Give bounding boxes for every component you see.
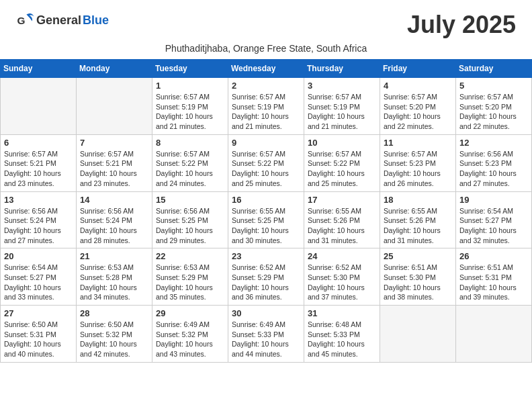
day-info: Sunrise: 6:57 AMSunset: 5:19 PMDaylight:…	[232, 92, 300, 132]
day-number: 29	[156, 308, 224, 318]
sunset-text: Sunset: 5:20 PM	[384, 102, 452, 112]
sunset-text: Sunset: 5:27 PM	[459, 216, 528, 226]
sunrise-text: Sunrise: 6:56 AM	[4, 206, 73, 216]
day-number: 2	[232, 81, 300, 91]
day-number: 11	[384, 138, 452, 148]
calendar-week-row: 6Sunrise: 6:57 AMSunset: 5:21 PMDaylight…	[1, 134, 532, 191]
logo-icon: G	[16, 11, 35, 30]
daylight-text: Daylight: 10 hours and 23 minutes.	[4, 169, 73, 188]
weekday-header: Friday	[380, 60, 456, 78]
sunrise-text: Sunrise: 6:56 AM	[80, 206, 148, 216]
sunrise-text: Sunrise: 6:51 AM	[384, 263, 452, 273]
daylight-text: Daylight: 10 hours and 21 minutes.	[308, 111, 376, 131]
calendar-day-cell: 9Sunrise: 6:57 AMSunset: 5:22 PMDaylight…	[228, 134, 304, 191]
day-info: Sunrise: 6:52 AMSunset: 5:30 PMDaylight:…	[308, 263, 376, 302]
sunrise-text: Sunrise: 6:57 AM	[308, 149, 376, 159]
calendar-day-cell: 13Sunrise: 6:56 AMSunset: 5:24 PMDayligh…	[1, 191, 77, 248]
day-number: 12	[459, 138, 528, 148]
day-info: Sunrise: 6:52 AMSunset: 5:29 PMDaylight:…	[232, 263, 300, 302]
daylight-text: Daylight: 10 hours and 38 minutes.	[384, 283, 452, 302]
sunrise-text: Sunrise: 6:57 AM	[232, 149, 300, 159]
daylight-text: Daylight: 10 hours and 21 minutes.	[156, 111, 224, 131]
sunrise-text: Sunrise: 6:54 AM	[459, 206, 528, 216]
calendar-day-cell: 6Sunrise: 6:57 AMSunset: 5:21 PMDaylight…	[1, 134, 77, 191]
sunset-text: Sunset: 5:23 PM	[459, 158, 528, 169]
daylight-text: Daylight: 10 hours and 36 minutes.	[232, 283, 300, 302]
logo: G GeneralBlue	[16, 11, 109, 30]
sunrise-text: Sunrise: 6:55 AM	[308, 206, 376, 216]
sunset-text: Sunset: 5:29 PM	[232, 273, 300, 283]
calendar-week-row: 27Sunrise: 6:50 AMSunset: 5:31 PMDayligh…	[1, 306, 532, 363]
calendar-day-cell: 24Sunrise: 6:52 AMSunset: 5:30 PMDayligh…	[304, 248, 380, 306]
day-info: Sunrise: 6:57 AMSunset: 5:22 PMDaylight:…	[232, 149, 300, 189]
sunrise-text: Sunrise: 6:53 AM	[80, 263, 148, 273]
calendar-day-cell: 22Sunrise: 6:53 AMSunset: 5:29 PMDayligh…	[152, 248, 228, 306]
day-number: 27	[4, 308, 73, 318]
day-number: 31	[308, 308, 376, 318]
calendar-day-cell: 11Sunrise: 6:57 AMSunset: 5:23 PMDayligh…	[380, 134, 456, 191]
daylight-text: Daylight: 10 hours and 37 minutes.	[308, 283, 376, 302]
sunset-text: Sunset: 5:25 PM	[232, 216, 300, 226]
calendar-day-cell: 7Sunrise: 6:57 AMSunset: 5:21 PMDaylight…	[77, 134, 152, 191]
sunrise-text: Sunrise: 6:52 AM	[232, 263, 300, 273]
day-number: 6	[4, 138, 73, 148]
sunset-text: Sunset: 5:24 PM	[80, 216, 148, 226]
day-info: Sunrise: 6:57 AMSunset: 5:21 PMDaylight:…	[80, 149, 148, 189]
day-number: 18	[384, 195, 452, 205]
day-info: Sunrise: 6:57 AMSunset: 5:19 PMDaylight:…	[156, 92, 224, 132]
sunset-text: Sunset: 5:33 PM	[232, 330, 300, 340]
calendar-day-cell: 15Sunrise: 6:56 AMSunset: 5:25 PMDayligh…	[152, 191, 228, 248]
day-info: Sunrise: 6:49 AMSunset: 5:33 PMDaylight:…	[232, 320, 300, 359]
calendar-table: SundayMondayTuesdayWednesdayThursdayFrid…	[0, 59, 532, 363]
daylight-text: Daylight: 10 hours and 29 minutes.	[156, 226, 224, 245]
day-number: 24	[308, 251, 376, 261]
sunset-text: Sunset: 5:32 PM	[80, 330, 148, 340]
calendar-day-cell: 31Sunrise: 6:48 AMSunset: 5:33 PMDayligh…	[304, 306, 380, 363]
calendar-week-row: 1Sunrise: 6:57 AMSunset: 5:19 PMDaylight…	[1, 78, 532, 135]
day-number: 15	[156, 195, 224, 205]
day-number: 10	[308, 138, 376, 148]
calendar-day-cell: 12Sunrise: 6:56 AMSunset: 5:23 PMDayligh…	[456, 134, 532, 191]
day-info: Sunrise: 6:55 AMSunset: 5:25 PMDaylight:…	[232, 206, 300, 246]
calendar-day-cell: 30Sunrise: 6:49 AMSunset: 5:33 PMDayligh…	[228, 306, 304, 363]
sunset-text: Sunset: 5:27 PM	[4, 273, 73, 283]
daylight-text: Daylight: 10 hours and 22 minutes.	[384, 111, 452, 131]
daylight-text: Daylight: 10 hours and 33 minutes.	[4, 283, 73, 302]
calendar-week-row: 20Sunrise: 6:54 AMSunset: 5:27 PMDayligh…	[1, 248, 532, 306]
sunset-text: Sunset: 5:22 PM	[308, 158, 376, 169]
sunset-text: Sunset: 5:33 PM	[308, 330, 376, 340]
daylight-text: Daylight: 10 hours and 22 minutes.	[459, 111, 528, 131]
sunset-text: Sunset: 5:32 PM	[156, 330, 224, 340]
sunset-text: Sunset: 5:23 PM	[384, 158, 452, 169]
day-info: Sunrise: 6:49 AMSunset: 5:32 PMDaylight:…	[156, 320, 224, 359]
calendar-day-cell: 16Sunrise: 6:55 AMSunset: 5:25 PMDayligh…	[228, 191, 304, 248]
day-number: 14	[80, 195, 148, 205]
calendar-day-cell: 1Sunrise: 6:57 AMSunset: 5:19 PMDaylight…	[152, 78, 228, 135]
day-info: Sunrise: 6:53 AMSunset: 5:29 PMDaylight:…	[156, 263, 224, 302]
day-number: 22	[156, 251, 224, 261]
day-number: 3	[308, 81, 376, 91]
weekday-header: Monday	[77, 60, 152, 78]
day-info: Sunrise: 6:57 AMSunset: 5:21 PMDaylight:…	[4, 149, 73, 189]
daylight-text: Daylight: 10 hours and 28 minutes.	[80, 226, 148, 245]
day-number: 8	[156, 138, 224, 148]
daylight-text: Daylight: 10 hours and 44 minutes.	[232, 339, 300, 359]
sunset-text: Sunset: 5:21 PM	[4, 158, 73, 169]
day-number: 7	[80, 138, 148, 148]
calendar-day-cell: 27Sunrise: 6:50 AMSunset: 5:31 PMDayligh…	[1, 306, 77, 363]
day-info: Sunrise: 6:57 AMSunset: 5:22 PMDaylight:…	[156, 149, 224, 189]
weekday-header: Sunday	[1, 60, 77, 78]
month-title: July 2025	[407, 11, 516, 39]
day-info: Sunrise: 6:55 AMSunset: 5:26 PMDaylight:…	[384, 206, 452, 246]
day-number: 1	[156, 81, 224, 91]
sunset-text: Sunset: 5:30 PM	[384, 273, 452, 283]
day-info: Sunrise: 6:57 AMSunset: 5:22 PMDaylight:…	[308, 149, 376, 189]
daylight-text: Daylight: 10 hours and 42 minutes.	[80, 339, 148, 359]
sunset-text: Sunset: 5:22 PM	[156, 158, 224, 169]
calendar-day-cell	[456, 306, 532, 363]
calendar-day-cell: 17Sunrise: 6:55 AMSunset: 5:26 PMDayligh…	[304, 191, 380, 248]
daylight-text: Daylight: 10 hours and 40 minutes.	[4, 339, 73, 359]
calendar-day-cell: 5Sunrise: 6:57 AMSunset: 5:20 PMDaylight…	[456, 78, 532, 135]
daylight-text: Daylight: 10 hours and 25 minutes.	[232, 169, 300, 188]
sunrise-text: Sunrise: 6:57 AM	[4, 149, 73, 159]
